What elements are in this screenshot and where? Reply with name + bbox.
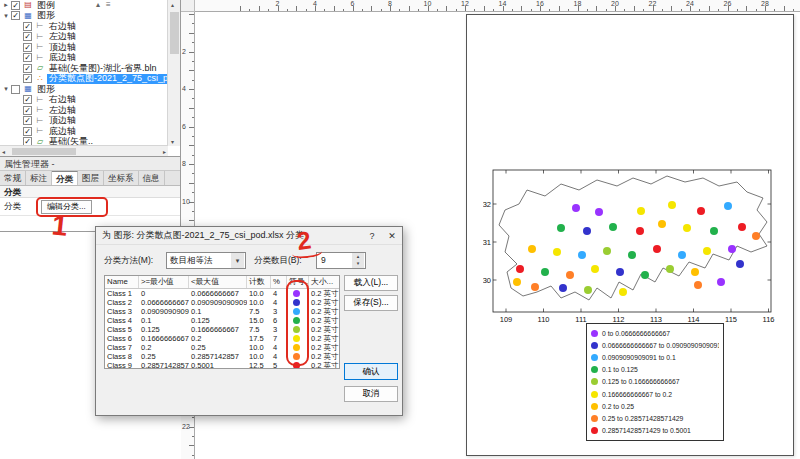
scroll-left-icon[interactable]: ◂: [2, 148, 5, 155]
load-button[interactable]: 载入(L)...: [344, 275, 398, 291]
visibility-checkbox[interactable]: ✓: [11, 11, 20, 20]
tree-item[interactable]: ✓▱基础(矢量图)-湖北-省界.bln: [0, 63, 168, 74]
visibility-checkbox[interactable]: ✓: [23, 95, 32, 104]
tab-标注[interactable]: 标注: [26, 171, 52, 185]
visibility-checkbox[interactable]: ✓: [11, 1, 20, 10]
ruler-tick-minor: [512, 9, 513, 11]
tree-item[interactable]: ▸✓▤图例: [0, 0, 168, 11]
tab-图层[interactable]: 图层: [78, 171, 104, 185]
ruler-tick-minor: [343, 9, 344, 11]
tree-item[interactable]: ✓⊢左边轴: [0, 32, 168, 43]
tree-item[interactable]: ✓∴分类散点图-2021_2_75_csi_pod.xlsx: [0, 74, 168, 85]
ruler-number: 22: [182, 423, 190, 430]
ruler-tick: [189, 127, 194, 128]
save-button[interactable]: 保存(S)...: [344, 295, 398, 311]
chevron-down-icon[interactable]: ▾: [231, 253, 244, 268]
tab-分类[interactable]: 分类: [52, 171, 78, 185]
tab-信息[interactable]: 信息: [139, 171, 165, 185]
visibility-checkbox[interactable]: ✓: [23, 116, 32, 125]
scrollbar-thumb[interactable]: [12, 148, 76, 155]
legend-label: 0.28571428571429 to 0.5001: [602, 427, 691, 434]
column-header[interactable]: <最大值: [189, 276, 247, 288]
legend-label: 0.25 to 0.28571428571429: [602, 415, 683, 422]
visibility-checkbox[interactable]: ✓: [23, 53, 32, 62]
scroll-right-icon[interactable]: ▸: [163, 148, 166, 155]
value-cell: Class 9: [105, 361, 139, 369]
ruler-tick-minor: [587, 9, 588, 11]
legend-label: 0.125 to 0.166666666667: [602, 378, 679, 385]
tree-item[interactable]: ✓⊢顶边轴: [0, 116, 168, 127]
value-cell: Class 3: [105, 307, 139, 316]
spinner-arrows-icon[interactable]: ▴▾: [352, 253, 364, 268]
tree-item[interactable]: ▾▦图形: [0, 84, 168, 95]
map-data-point: [528, 245, 536, 253]
tree-expander-icon[interactable]: ▾: [1, 85, 11, 93]
tree-item-label: 右边轴: [47, 95, 78, 106]
tree-horizontal-scrollbar[interactable]: ◂ ▸: [0, 145, 168, 156]
legend-label: 0 to 0.0666666666667: [602, 330, 670, 337]
map-data-point: [553, 248, 561, 256]
axis-icon: ⊢: [35, 105, 45, 115]
ruler-number: 14: [496, 0, 510, 7]
map-plot[interactable]: 109110111112113114115116323130: [483, 165, 783, 330]
tree-item[interactable]: ✓⊢右边轴: [0, 21, 168, 32]
visibility-checkbox[interactable]: ✓: [23, 32, 32, 41]
value-cell: 10.0: [247, 352, 271, 361]
ruler-tick-minor: [192, 42, 194, 43]
visibility-checkbox[interactable]: ✓: [23, 74, 32, 83]
map-data-point: [559, 284, 567, 292]
tree-item[interactable]: ✓⊢顶边轴: [0, 42, 168, 53]
annotation-step-1: 1: [50, 209, 69, 242]
tree-item[interactable]: ✓⊢左边轴: [0, 105, 168, 116]
column-header[interactable]: 大小...: [309, 276, 340, 288]
close-icon[interactable]: ✕: [382, 231, 402, 241]
legend-symbol-dot: [591, 391, 598, 398]
column-header[interactable]: >=最小值: [139, 276, 189, 288]
visibility-checkbox[interactable]: ✓: [23, 127, 32, 136]
visibility-checkbox[interactable]: ✓: [23, 43, 32, 52]
object-tree: ▸✓▤图例▾✓▦图形✓⊢右边轴✓⊢左边轴✓⊢顶边轴✓⊢底边轴✓▱基础(矢量图)-…: [0, 0, 168, 146]
collapse-all-icon[interactable]: ▴: [96, 0, 100, 10]
tree-expander-icon[interactable]: ▾: [1, 12, 11, 20]
tree-expander-icon[interactable]: ▸: [1, 1, 11, 9]
ruler-tick: [189, 52, 194, 53]
tree-item[interactable]: ✓⊢右边轴: [0, 95, 168, 106]
value-cell: 4: [271, 289, 287, 298]
scroll-down-icon[interactable]: ▾: [171, 138, 174, 145]
ruler-number: 22: [646, 0, 660, 7]
ruler-tick-minor: [699, 9, 700, 11]
column-header[interactable]: 计数: [247, 276, 271, 288]
visibility-checkbox[interactable]: ✓: [23, 64, 32, 73]
value-cell: 12.5: [247, 361, 271, 369]
tree-item[interactable]: ▾✓▦图形: [0, 11, 168, 22]
visibility-checkbox[interactable]: ✓: [23, 22, 32, 31]
dialog-titlebar[interactable]: 为 图形: 分类散点图-2021_2_75_csi_pod.xlsx 分类 ? …: [96, 227, 402, 245]
ruler-number: 10: [421, 0, 435, 7]
tree-vertical-scrollbar[interactable]: ▴ ▾: [167, 0, 180, 146]
scroll-up-icon[interactable]: ▴: [171, 1, 174, 8]
list-icon[interactable]: ≡: [106, 0, 111, 10]
tab-常规[interactable]: 常规: [0, 171, 26, 185]
property-label: 分类: [0, 201, 38, 213]
classification-method-select[interactable]: 数目相等法 ▾: [166, 252, 246, 269]
tree-item[interactable]: ✓⊢底边轴: [0, 126, 168, 137]
graph-icon: ▦: [23, 11, 33, 21]
map-data-point: [595, 208, 603, 216]
scrollbar-thumb[interactable]: [170, 12, 179, 54]
tab-坐标系[interactable]: 坐标系: [104, 171, 139, 185]
value-cell: 0.2 英寸: [309, 298, 340, 307]
map-legend[interactable]: 0 to 0.06666666666670.0666666666667 to 0…: [586, 323, 724, 441]
column-header[interactable]: %: [271, 276, 287, 288]
visibility-checkbox[interactable]: [11, 85, 20, 94]
visibility-checkbox[interactable]: ✓: [23, 106, 32, 115]
help-icon[interactable]: ?: [362, 231, 382, 241]
value-cell: 0.2 英寸: [309, 361, 340, 369]
ruler-tick-minor: [192, 455, 194, 456]
class-count-spinner[interactable]: 9 ▴▾: [316, 252, 366, 269]
ok-button[interactable]: 确认: [344, 363, 398, 380]
column-header[interactable]: Name: [105, 276, 139, 288]
value-cell: 0.1666666667: [189, 325, 247, 334]
tree-item[interactable]: ✓⊢底边轴: [0, 53, 168, 64]
ruler-corner: [181, 0, 195, 12]
cancel-button[interactable]: 取消: [344, 386, 398, 402]
